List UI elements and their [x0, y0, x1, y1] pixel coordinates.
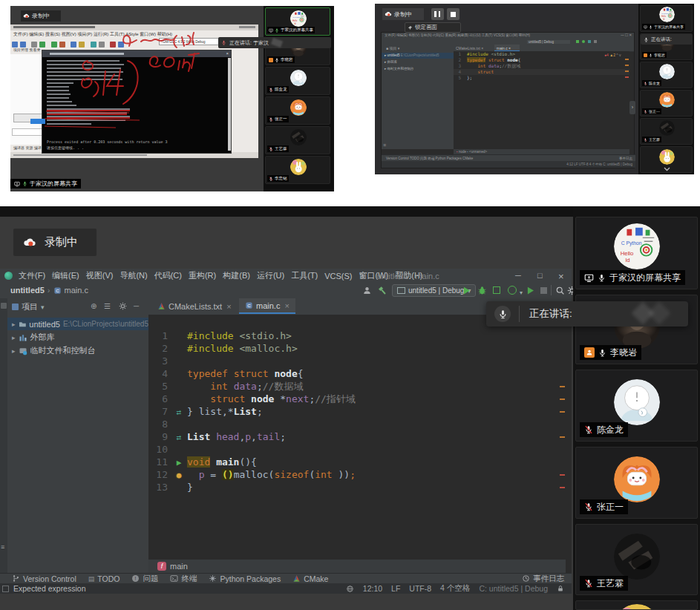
close-tab-icon[interactable]: ×	[284, 301, 289, 310]
mini-editor[interactable]: 1#include <stdio.h>2typedef struct node{…	[454, 51, 629, 149]
mini-tile-participant[interactable]: 王艺霖	[265, 126, 330, 154]
status-cmake[interactable]: CMake	[292, 574, 328, 583]
participant-tile-partial[interactable]	[575, 600, 698, 610]
recording-indicator[interactable]: 录制中	[13, 229, 97, 256]
mini-tile-participant[interactable]: 李忠铭	[265, 156, 330, 184]
breadcrumb[interactable]: untitled5 › main.c	[10, 286, 88, 295]
function-breadcrumb[interactable]: f main	[148, 560, 566, 573]
mini-tile-participant[interactable]: 陈金龙	[640, 62, 693, 88]
code-line[interactable]: 4 struct	[454, 69, 629, 75]
code-line[interactable]: 8	[148, 418, 356, 430]
stop-recording-button[interactable]	[447, 8, 459, 20]
menu-file[interactable]: 文件(F)	[19, 270, 45, 281]
status-problems[interactable]: 问题	[131, 574, 158, 584]
mini-tile-participant[interactable]: 张正一	[265, 96, 330, 125]
run-config-status[interactable]: C: untitled5 | Debug	[479, 584, 548, 593]
panel-settings-icon[interactable]	[119, 302, 127, 310]
thumbnail-previous-share[interactable]: 录制中 文件(F) 编辑(E) 搜索(S) 视图(V) 项目(P) 运行(R) …	[10, 6, 334, 191]
code-line[interactable]: 3 int data;//数据域	[454, 63, 629, 69]
participant-tile[interactable]: 张正一	[575, 447, 698, 519]
code-line[interactable]: 6 struct node *next;//指针域	[148, 393, 356, 405]
run-button[interactable]	[462, 286, 471, 295]
code-editor[interactable]: 1#include <stdio.h>2#include <malloc.h>3…	[148, 315, 566, 560]
warning-stripe-mark[interactable]	[560, 399, 565, 400]
menu-vcs[interactable]: VCS(S)	[324, 272, 352, 281]
participant-tile[interactable]: 王艺霖	[575, 524, 698, 595]
line-ending[interactable]: LF	[391, 584, 400, 593]
devcpp-toolbar[interactable]	[12, 37, 126, 46]
mini-tile-share[interactable]: 于家汉的屏幕共享	[265, 7, 330, 36]
mini-tile-participant[interactable]: 王艺霖	[640, 118, 693, 145]
caret-position[interactable]: 12:10	[363, 584, 382, 593]
profiler-dropdown-icon[interactable]: ▾	[520, 289, 523, 296]
warning-stripe-mark[interactable]	[560, 411, 565, 413]
tree-item-project[interactable]: ▸ untitled5 E:\CLionProjects\untitled5	[7, 318, 148, 330]
search-icon[interactable]	[555, 286, 565, 295]
user-icon[interactable]	[362, 286, 372, 295]
menu-code[interactable]: 代码(C)	[154, 270, 182, 281]
menu-navigate[interactable]: 导航(N)	[120, 270, 147, 281]
code-line[interactable]: 3	[148, 355, 356, 367]
participant-tile[interactable]: 陈金龙	[575, 370, 698, 442]
lock-icon[interactable]	[557, 585, 564, 592]
tree-item-external-libs[interactable]: ▸ 外部库	[7, 331, 148, 344]
hamburger-menu-icon[interactable]: ≡	[1, 543, 4, 551]
code-line[interactable]: 1#include <stdio.h>	[148, 329, 356, 342]
code-line[interactable]: 1#include <stdio.h>	[454, 51, 629, 57]
code-line[interactable]: 2#include <malloc.h>	[148, 342, 356, 355]
maximize-button[interactable]: □	[537, 271, 543, 280]
locate-file-icon[interactable]: ⊕	[91, 302, 97, 310]
collapse-all-icon[interactable]: ☰	[104, 302, 111, 310]
code-line[interactable]: 12● p = ()malloc(sizeof(int ));	[148, 468, 356, 481]
code-line[interactable]: 7⇄} list,*List;	[148, 405, 356, 418]
debug-button[interactable]	[477, 286, 487, 295]
code-line[interactable]: 5 int data;//数据域	[148, 380, 356, 393]
mini-tile-participant[interactable]: 张正一	[640, 90, 693, 117]
code-line[interactable]: 10	[148, 443, 356, 456]
error-stripe-mark[interactable]	[560, 487, 565, 488]
code-line[interactable]: 9⇄List head,p,tail;	[148, 430, 356, 443]
tab-cmakelists[interactable]: CMakeLists.txt×	[151, 298, 238, 314]
stop-button[interactable]	[540, 287, 547, 294]
mini-tile-share[interactable]: 于家汉的屏幕共享	[640, 5, 693, 32]
project-panel-title[interactable]: 项目▾	[12, 301, 45, 312]
warning-stripe-mark[interactable]	[560, 436, 565, 438]
status-version-control[interactable]: Version Control	[12, 574, 76, 583]
menu-tools[interactable]: 工具(T)	[291, 270, 318, 281]
participant-tile-share[interactable]: 于家汉的屏幕共享	[575, 217, 698, 289]
mini-project-tree[interactable]: ▸ untitled5 E:\CLionProjects\untitled5 ▸…	[382, 51, 454, 149]
status-python-packages[interactable]: Python Packages	[209, 574, 281, 583]
coverage-button[interactable]	[493, 286, 500, 294]
status-terminal[interactable]: 终端	[170, 574, 197, 584]
menu-view[interactable]: 视图(V)	[86, 270, 114, 281]
menu-edit[interactable]: 编辑(E)	[52, 270, 79, 281]
menu-refactor[interactable]: 重构(R)	[189, 270, 216, 281]
build-hammer-icon[interactable]	[377, 286, 387, 295]
chevron-down-icon[interactable]	[664, 167, 670, 171]
pause-recording-button[interactable]	[431, 8, 444, 20]
warning-stripe-mark[interactable]	[560, 386, 565, 387]
console-close-icon[interactable]: ×	[226, 51, 229, 56]
hide-panel-icon[interactable]: ─	[134, 302, 139, 310]
encoding[interactable]: UTF-8	[409, 584, 431, 593]
minimize-button[interactable]: ─	[515, 271, 521, 280]
thumbnail-meeting-earlier[interactable]: 录制中 锁定画面 文件(F) 编辑(E) 视图(V) 导航(N) 代码(C) 重…	[375, 4, 694, 174]
tool-stripe-menu-icon[interactable]: ≡	[383, 142, 386, 148]
code-area[interactable]: 1#include <stdio.h>2#include <malloc.h>3…	[148, 329, 356, 493]
console-scrollbar[interactable]	[228, 58, 231, 151]
code-line[interactable]: 4typedef struct node{	[148, 367, 356, 380]
mini-tile-participant[interactable]: 陈金龙	[265, 67, 330, 95]
menu-build[interactable]: 构建(B)	[223, 270, 250, 281]
close-tab-icon[interactable]: ×	[226, 302, 231, 311]
error-stripe-mark[interactable]	[560, 474, 565, 476]
close-button[interactable]: ×	[558, 271, 564, 282]
menu-run[interactable]: 运行(U)	[257, 270, 284, 281]
devcpp-left-tabs[interactable]: 项目管理 查看类	[13, 47, 40, 52]
code-line[interactable]: 13}	[148, 481, 356, 493]
status-todo[interactable]: ▤TODO	[88, 574, 120, 583]
code-line[interactable]: 2typedef struct node{	[454, 57, 629, 63]
expand-panel-button[interactable]: ›	[629, 101, 635, 114]
tree-item-scratches[interactable]: ▸ 临时文件和控制台	[7, 344, 148, 357]
code-line[interactable]: 11▶void main(){	[148, 456, 356, 468]
tab-main-c[interactable]: main.c×	[239, 298, 295, 314]
